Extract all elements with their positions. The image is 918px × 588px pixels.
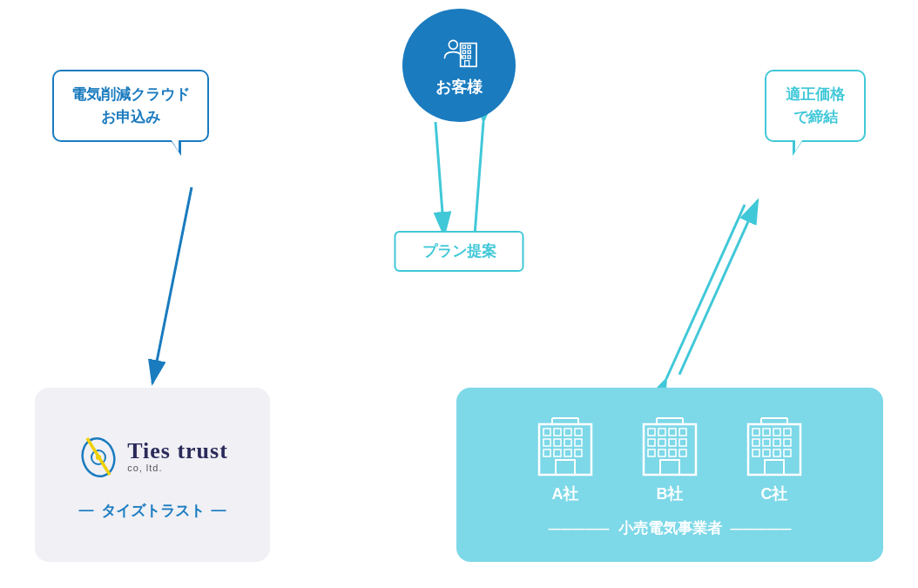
diagram-container: お客様 電気削減クラウド お申込み 適正価格 で締結 プラン提案 Tie xyxy=(0,0,918,588)
svg-rect-68 xyxy=(765,460,784,475)
speech-bubble-left: 電気削減クラウド お申込み xyxy=(52,70,209,142)
speech-bubble-right-line1: 適正価格 xyxy=(786,86,845,103)
svg-rect-22 xyxy=(543,429,550,436)
plan-box-label: プラン提案 xyxy=(422,243,496,260)
retailers-buildings: A社 xyxy=(535,411,805,504)
retailers-label-text: 小売電気事業者 xyxy=(618,518,722,538)
svg-rect-65 xyxy=(763,449,770,456)
logo-main-text: Ties trust xyxy=(127,438,228,464)
svg-rect-51 xyxy=(660,460,679,475)
speech-bubble-right-line2: で締結 xyxy=(793,109,838,125)
svg-rect-33 xyxy=(575,449,582,456)
svg-rect-59 xyxy=(784,429,791,436)
svg-rect-67 xyxy=(784,449,791,456)
plan-box: プラン提案 xyxy=(395,231,524,272)
svg-rect-26 xyxy=(543,439,550,446)
svg-rect-16 xyxy=(465,61,469,67)
svg-rect-12 xyxy=(462,51,465,53)
svg-rect-41 xyxy=(669,429,676,436)
svg-rect-10 xyxy=(462,45,465,48)
retailer-item-c: C社 xyxy=(744,411,805,504)
retailers-card: A社 xyxy=(456,388,883,562)
svg-rect-25 xyxy=(575,429,582,436)
svg-rect-24 xyxy=(564,429,571,436)
retailer-building-c xyxy=(744,411,805,476)
retailers-bottom-label: 小売電気事業者 xyxy=(549,518,792,538)
svg-rect-42 xyxy=(679,429,686,436)
svg-rect-23 xyxy=(554,429,561,436)
svg-rect-44 xyxy=(658,439,665,446)
svg-rect-45 xyxy=(669,439,676,446)
svg-rect-60 xyxy=(753,439,759,446)
svg-rect-57 xyxy=(763,429,770,436)
customer-circle: お客様 xyxy=(402,9,516,122)
svg-rect-50 xyxy=(679,449,686,456)
svg-rect-64 xyxy=(753,449,759,456)
svg-point-20 xyxy=(96,455,101,460)
svg-rect-13 xyxy=(468,51,470,53)
svg-rect-40 xyxy=(658,429,665,436)
customer-label: お客様 xyxy=(435,77,483,98)
svg-rect-34 xyxy=(556,460,575,475)
ties-trust-card: Ties trust co, ltd. タイズトラスト xyxy=(35,388,270,562)
svg-rect-62 xyxy=(773,439,780,446)
svg-rect-27 xyxy=(554,439,561,446)
svg-rect-31 xyxy=(554,449,561,456)
svg-rect-48 xyxy=(658,449,665,456)
svg-line-3 xyxy=(152,187,192,383)
svg-rect-15 xyxy=(468,56,470,58)
svg-rect-61 xyxy=(763,439,770,446)
svg-line-5 xyxy=(475,122,483,235)
speech-bubble-left-line2: お申込み xyxy=(101,109,160,125)
retailer-building-b xyxy=(639,411,700,476)
retailer-label-a: A社 xyxy=(552,483,579,504)
svg-rect-28 xyxy=(564,439,571,446)
svg-rect-47 xyxy=(648,449,655,456)
svg-rect-14 xyxy=(462,56,465,58)
retailer-label-c: C社 xyxy=(761,483,788,504)
retailer-building-a xyxy=(535,411,596,476)
svg-rect-66 xyxy=(773,449,780,456)
svg-point-8 xyxy=(449,40,457,49)
svg-rect-49 xyxy=(669,449,676,456)
retailer-label-b: B社 xyxy=(657,483,684,504)
svg-rect-32 xyxy=(564,449,571,456)
retailer-item-a: A社 xyxy=(535,411,596,504)
svg-rect-46 xyxy=(679,439,686,446)
ties-trust-name-text: タイズトラスト xyxy=(101,501,205,521)
ties-trust-logo-icon xyxy=(77,429,120,482)
svg-rect-39 xyxy=(648,429,655,436)
ties-trust-name: タイズトラスト xyxy=(79,501,226,521)
svg-rect-43 xyxy=(648,439,655,446)
svg-rect-56 xyxy=(753,429,759,436)
logo-sub-text: co, ltd. xyxy=(127,463,228,473)
customer-building-icon xyxy=(437,33,481,77)
retailer-item-b: B社 xyxy=(639,411,700,504)
svg-rect-63 xyxy=(784,439,791,446)
svg-line-7 xyxy=(666,205,745,379)
ties-trust-logo: Ties trust co, ltd. xyxy=(77,429,228,482)
speech-bubble-right: 適正価格 で締結 xyxy=(765,70,866,142)
svg-line-4 xyxy=(435,122,444,235)
svg-rect-58 xyxy=(773,429,780,436)
svg-rect-29 xyxy=(575,439,582,446)
svg-line-6 xyxy=(679,200,758,375)
speech-bubble-left-line1: 電気削減クラウド xyxy=(71,86,190,103)
svg-rect-11 xyxy=(468,45,470,48)
logo-text-block: Ties trust co, ltd. xyxy=(127,438,228,473)
svg-rect-30 xyxy=(543,449,550,456)
